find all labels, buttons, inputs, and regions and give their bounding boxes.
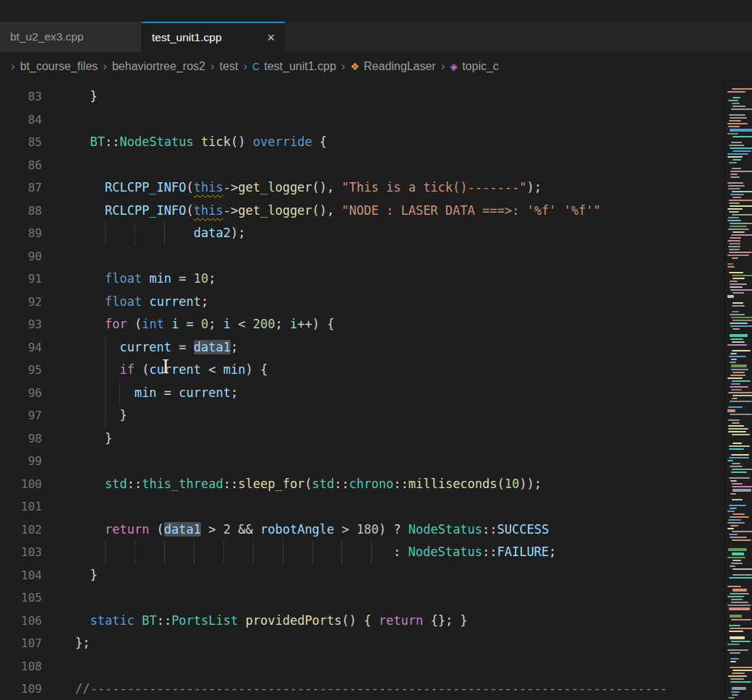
minimap-line <box>732 486 752 487</box>
tab-bar: bt_u2_ex3.cpp test_unit1.cpp × <box>0 22 752 52</box>
code-token: ) { <box>245 362 268 377</box>
line-number: 92 <box>0 291 42 314</box>
line-number: 97 <box>0 404 42 427</box>
minimap-line <box>729 200 752 201</box>
code-token: NodeStatus <box>409 522 482 537</box>
code-line-content[interactable]: for (int i = 0; i < 200; i++) { <box>75 313 334 336</box>
indent-guide <box>283 541 283 564</box>
code-line-content[interactable]: //--------------------------------------… <box>75 678 667 700</box>
minimap-line <box>729 162 737 163</box>
line-number: 105 <box>0 586 42 610</box>
line-number: 87 <box>0 176 42 200</box>
minimap-line <box>732 568 752 570</box>
minimap-line <box>732 302 743 304</box>
minimap-line <box>728 548 747 551</box>
minimap-line <box>730 480 737 482</box>
breadcrumb-item-behaviortree_ros2[interactable]: behaviortree_ros2 <box>112 60 205 73</box>
symbol-class-icon: ❖ <box>351 61 360 72</box>
breadcrumb-item-bt_course_files[interactable]: bt_course_files <box>20 60 98 73</box>
code-line-content[interactable]: return (data1 > 2 && robotAngle > 180) ?… <box>75 518 549 542</box>
code-line-content[interactable]: } <box>75 427 112 451</box>
minimap-line <box>732 311 739 312</box>
code-token: ) ? <box>379 522 409 537</box>
code-token: current <box>179 385 231 400</box>
code-token: } <box>90 89 97 103</box>
minimap-line <box>727 586 741 587</box>
code-line-content[interactable]: : NodeStatus::FAILURE; <box>75 541 556 564</box>
code-line-content[interactable]: BT::NodeStatus tick() override { <box>75 131 327 154</box>
code-token: { <box>312 135 327 149</box>
line-number: 89 <box>0 222 42 245</box>
minimap-line <box>732 136 752 137</box>
code-line: 89 data2); <box>0 222 752 245</box>
minimap-line <box>729 272 743 273</box>
line-number: 84 <box>0 108 42 132</box>
minimap-line <box>730 661 736 662</box>
minimap-line <box>732 552 744 555</box>
minimap-line <box>730 176 740 178</box>
code-area[interactable]: 83 }8485 BT::NodeStatus tick() override … <box>0 85 752 700</box>
minimap-line <box>732 97 740 98</box>
line-number: 88 <box>0 200 42 223</box>
code-token: 200 <box>253 317 275 331</box>
code-line-content[interactable]: std::this_thread::sleep_for(std::chrono:… <box>75 473 542 496</box>
indent-guide <box>341 541 342 564</box>
tab-bt_u2_ex3-cpp[interactable]: bt_u2_ex3.cpp <box>0 22 142 52</box>
code-line-content[interactable]: } <box>75 564 98 587</box>
code-token: ( <box>187 180 194 195</box>
minimap-line <box>728 100 738 101</box>
editor[interactable]: 83 }8485 BT::NodeStatus tick() override … <box>0 81 752 700</box>
code-token: BT <box>142 613 156 628</box>
code-token: 180 <box>356 522 379 537</box>
line-number: 91 <box>0 268 42 291</box>
code-line-content[interactable]: } <box>75 404 127 427</box>
code-token: SUCCESS <box>497 522 550 537</box>
minimap-line <box>732 434 750 435</box>
breadcrumb-item-topic[interactable]: ◈ topic_c <box>450 60 498 73</box>
minimap-line <box>730 129 752 132</box>
minimap-line <box>730 375 745 376</box>
code-token: () <box>231 135 253 149</box>
breadcrumb-item-test_unit1-cpp[interactable]: C test_unit1.cpp <box>252 60 336 73</box>
minimap-line <box>730 226 747 227</box>
code-token: :: <box>157 613 171 628</box>
minimap-line <box>732 88 752 90</box>
code-token: ); <box>231 226 245 240</box>
code-line: 85 BT::NodeStatus tick() override { <box>0 131 752 154</box>
code-line-content[interactable]: current = data1; <box>75 336 238 359</box>
code-token: BT <box>90 135 104 149</box>
minimap-line <box>731 383 740 385</box>
minimap-line <box>732 350 751 351</box>
minimap[interactable] <box>725 81 752 700</box>
minimap-line <box>729 577 752 579</box>
code-token: this_thread <box>142 477 223 491</box>
close-icon[interactable]: × <box>267 31 275 44</box>
code-line-content[interactable]: static BT::PortsList providedPorts() { r… <box>75 610 468 633</box>
minimap-line <box>732 670 752 671</box>
minimap-line <box>727 182 743 184</box>
minimap-line <box>730 289 752 291</box>
breadcrumb-item-ReadingLaser[interactable]: ❖ ReadingLaser <box>351 60 436 73</box>
minimap-line <box>731 108 752 110</box>
code-line-content[interactable]: RCLCPP_INFO(this->get_logger(), "This is… <box>75 176 542 200</box>
code-token: :: <box>482 545 497 559</box>
code-line-content[interactable]: RCLCPP_INFO(this->get_logger(), "NODE : … <box>75 200 601 223</box>
breadcrumb-item-test[interactable]: test <box>220 60 239 73</box>
code-token: i <box>171 317 179 331</box>
code-line-content[interactable]: float min = 10; <box>75 268 216 291</box>
code-line-content[interactable]: } <box>75 85 98 108</box>
code-token: ; <box>275 317 290 331</box>
minimap-line <box>727 240 740 242</box>
minimap-line <box>729 448 744 450</box>
minimap-line <box>730 565 735 567</box>
code-line-content[interactable]: min = current; <box>75 382 238 405</box>
minimap-line <box>730 148 752 149</box>
code-line-content[interactable]: }; <box>75 632 90 655</box>
minimap-line <box>727 511 735 512</box>
code-token: } <box>119 408 127 422</box>
tab-test_unit1-cpp[interactable]: test_unit1.cpp × <box>142 22 285 52</box>
code-line-content[interactable]: data2); <box>75 222 245 245</box>
code-line-content[interactable]: if (current < min) { <box>75 359 268 382</box>
code-token: ( <box>127 317 142 331</box>
code-line-content[interactable]: float current; <box>75 291 208 314</box>
